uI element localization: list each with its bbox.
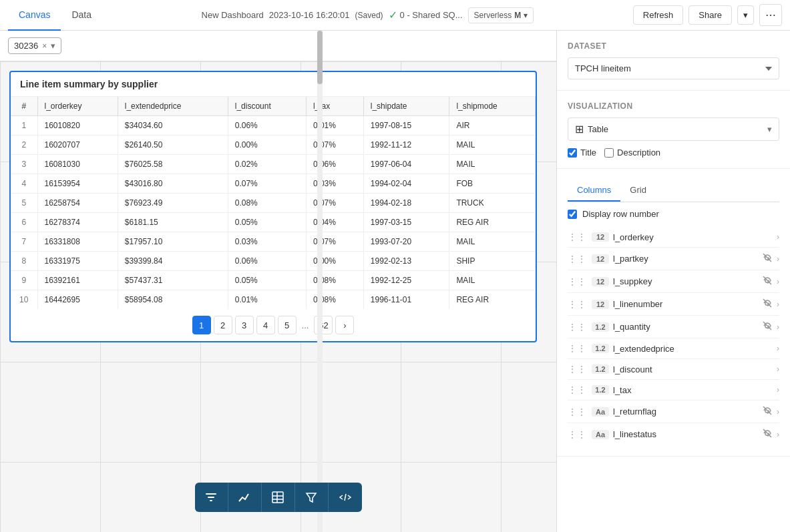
share-dropdown-button[interactable]: ▾ [737, 5, 754, 25]
header-tabs: Canvas Data [8, 0, 102, 31]
tab-canvas[interactable]: Canvas [8, 0, 61, 31]
title-checkbox-label[interactable]: Title [568, 148, 596, 158]
cell: $57437.31 [118, 271, 228, 290]
hide-icon[interactable] [762, 428, 773, 441]
toolbar-filter-button[interactable] [195, 483, 228, 512]
table-row: 216020707$26140.500.00%0.07%1992-11-12MA… [11, 136, 536, 155]
tab-columns[interactable]: Columns [568, 180, 620, 202]
hide-icon[interactable] [762, 298, 773, 310]
drag-handle-icon[interactable]: ⋮⋮ [568, 232, 586, 242]
col-expand-icon[interactable]: › [777, 364, 779, 374]
description-label: Description [617, 148, 660, 158]
table-row: 916392161$57437.310.05%0.08%1992-12-25MA… [11, 271, 536, 290]
grid-canvas: Line item summary by supplier # l_orderk… [0, 61, 556, 532]
display-row-checkbox[interactable] [568, 210, 577, 219]
cell: $43016.80 [118, 174, 228, 194]
col-expand-icon[interactable]: › [777, 232, 779, 242]
cell: 0.06% [228, 116, 306, 136]
page-btn-3[interactable]: 3 [235, 316, 254, 334]
drag-handle-icon[interactable]: ⋮⋮ [568, 343, 586, 354]
filter-close-icon[interactable]: × [42, 41, 47, 51]
cell: 0.07% [306, 194, 363, 213]
col-type-icon: Aa [592, 407, 609, 417]
col-name: l_quantity [613, 322, 758, 332]
drag-handle-icon[interactable]: ⋮⋮ [568, 299, 586, 310]
col-expand-icon[interactable]: › [777, 322, 779, 332]
cell: 0.00% [306, 252, 363, 271]
pagination-dots: ... [299, 320, 312, 330]
row-number: 1 [11, 116, 37, 136]
tab-data[interactable]: Data [61, 0, 102, 31]
col-expand-icon[interactable]: › [777, 254, 779, 264]
col-expand-icon[interactable]: › [777, 430, 779, 439]
page-btn-4[interactable]: 4 [256, 316, 275, 334]
toolbar-chart-button[interactable] [228, 483, 262, 512]
bottom-toolbar [195, 483, 362, 512]
page-btn-2[interactable]: 2 [214, 316, 232, 334]
toolbar-funnel-button[interactable] [295, 483, 329, 512]
col-expand-icon[interactable]: › [777, 407, 779, 417]
dataset-select[interactable]: TPCH lineitem [568, 57, 779, 79]
description-checkbox-label[interactable]: Description [604, 148, 660, 158]
title-desc-row: Title Description [568, 148, 779, 158]
row-number: 4 [11, 174, 37, 194]
column-item: ⋮⋮ Aa l_linestatus › [568, 423, 779, 445]
col-type-icon: 1.2 [592, 385, 609, 394]
hide-icon[interactable] [762, 275, 773, 288]
page-next-button[interactable]: › [335, 316, 354, 334]
toolbar-table-button[interactable] [262, 483, 295, 512]
filter-chevron-icon[interactable]: ▾ [51, 41, 55, 51]
scrollbar-thumb[interactable] [317, 31, 323, 84]
header-status: ✓ 0 - Shared SQ... [389, 9, 463, 21]
columns-section: Columns Grid Display row number ⋮⋮ 12 l_… [557, 169, 790, 457]
tab-grid[interactable]: Grid [620, 180, 656, 202]
page-btn-5[interactable]: 5 [278, 316, 297, 334]
col-name: l_linestatus [613, 429, 758, 439]
cell: 1994-02-04 [363, 174, 449, 194]
cell: 1992-12-25 [363, 271, 449, 290]
hide-icon[interactable] [762, 252, 773, 265]
cell: 1996-11-01 [363, 290, 449, 310]
col-expand-icon[interactable]: › [777, 344, 779, 353]
funnel-icon [305, 491, 318, 504]
cell: 0.04% [306, 213, 363, 232]
drag-handle-icon[interactable]: ⋮⋮ [568, 276, 586, 287]
cell: 0.01% [306, 116, 363, 136]
hide-icon[interactable] [762, 320, 773, 333]
filter-bar: 30236 × ▾ [0, 31, 556, 61]
toolbar-code-button[interactable] [329, 483, 362, 512]
col-type-icon: 12 [592, 254, 609, 264]
drag-handle-icon[interactable]: ⋮⋮ [568, 364, 586, 374]
cell: FOB [449, 174, 536, 194]
table-row: 116010820$34034.600.06%0.01%1997-08-15AI… [11, 116, 536, 136]
col-name: l_discount [613, 364, 773, 374]
description-checkbox[interactable] [604, 148, 614, 158]
col-expand-icon[interactable]: › [777, 277, 779, 286]
drag-handle-icon[interactable]: ⋮⋮ [568, 322, 586, 332]
row-number: 2 [11, 136, 37, 155]
col-expand-icon[interactable]: › [777, 300, 779, 309]
drag-handle-icon[interactable]: ⋮⋮ [568, 407, 586, 417]
refresh-button[interactable]: Refresh [633, 5, 684, 25]
table-row: 416153954$43016.800.07%0.03%1994-02-04FO… [11, 174, 536, 194]
col-expand-icon[interactable]: › [777, 385, 779, 394]
title-checkbox[interactable] [568, 148, 577, 158]
data-table: # l_orderkey l_extendedprice l_discount … [11, 97, 536, 309]
drag-handle-icon[interactable]: ⋮⋮ [568, 254, 586, 264]
scrollbar-track[interactable] [317, 31, 323, 532]
hide-icon[interactable] [762, 405, 773, 418]
cell: 16278374 [37, 213, 118, 232]
col-name: l_returnflag [613, 407, 758, 417]
dashboard-title: New Dashboard [202, 10, 264, 20]
cell: 0.08% [306, 271, 363, 290]
table-icon [271, 491, 284, 504]
drag-handle-icon[interactable]: ⋮⋮ [568, 429, 586, 440]
page-btn-1[interactable]: 1 [192, 316, 211, 334]
chevron-down-icon[interactable]: ▾ [524, 11, 528, 20]
cell: 0.07% [306, 136, 363, 155]
share-button[interactable]: Share [688, 5, 732, 25]
viz-select-display[interactable]: ⊞ Table ▾ [568, 117, 779, 141]
filter-tag[interactable]: 30236 × ▾ [8, 37, 61, 54]
more-options-button[interactable]: ⋯ [759, 4, 782, 26]
drag-handle-icon[interactable]: ⋮⋮ [568, 384, 586, 395]
